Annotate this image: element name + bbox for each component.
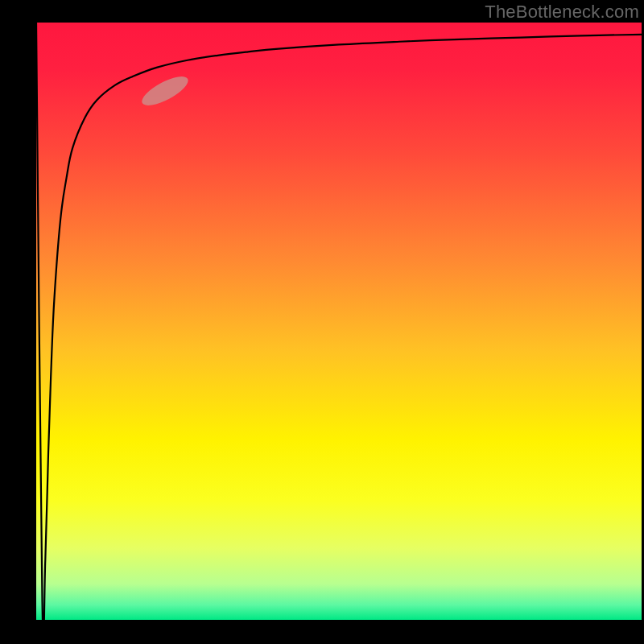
- watermark-text: TheBottleneck.com: [485, 2, 639, 23]
- chart-svg: [0, 0, 644, 644]
- gradient-background: [36, 23, 642, 620]
- frame-left: [0, 0, 36, 644]
- chart-canvas: TheBottleneck.com: [0, 0, 644, 644]
- frame-bottom: [0, 620, 644, 644]
